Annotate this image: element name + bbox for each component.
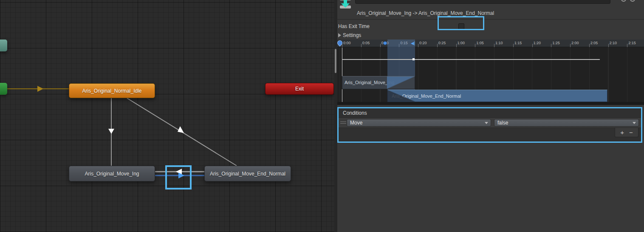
node-entry[interactable]	[0, 83, 7, 95]
has-exit-time-label: Has Exit Time	[338, 23, 370, 29]
crossfade-in-shape	[388, 90, 415, 102]
blend-curve-keyframe[interactable]	[412, 58, 415, 60]
drag-handle-icon[interactable]	[340, 122, 346, 124]
transition-arrow-entry-icon	[37, 86, 43, 92]
conditions-panel: Conditions Move false + −	[337, 107, 642, 143]
inspector-header: Aris_Original_Move_Ing -> Aris_Original_…	[337, 0, 644, 20]
header-separator	[337, 19, 644, 20]
node-move-ing[interactable]: Aris_Original_Move_Ing	[69, 166, 155, 181]
graph-vertical-scrollbar[interactable]	[334, 0, 337, 232]
transition-timeline[interactable]: 0:000:050:100:150:200:251:001:051:101:15…	[337, 40, 644, 105]
condition-parameter-dropdown[interactable]: Move	[347, 119, 491, 127]
help-icon[interactable]	[621, 0, 626, 2]
node-exit-label: Exit	[295, 86, 304, 92]
condition-value: false	[497, 120, 508, 126]
condition-row[interactable]: Move false	[339, 118, 641, 128]
chevron-down-icon	[633, 122, 636, 124]
playhead-line	[342, 48, 342, 102]
settings-gear-icon[interactable]	[630, 0, 635, 2]
transition-highlight-box	[165, 165, 192, 190]
list-footer-buttons: + −	[615, 128, 638, 137]
condition-parameter-value: Move	[350, 120, 362, 126]
add-condition-button[interactable]: +	[620, 129, 624, 136]
node-move-end-label: Aris_Original_Move_End_Normal	[210, 171, 285, 177]
node-idle[interactable]: Aris_Original_Normal_Idle	[69, 83, 155, 98]
transition-lines[interactable]	[0, 0, 334, 232]
settings-foldout-icon[interactable]	[338, 33, 341, 37]
node-move-end[interactable]: Aris_Original_Move_End_Normal	[204, 166, 291, 181]
has-exit-time-highlight-box	[438, 16, 484, 30]
remove-condition-button[interactable]: −	[629, 129, 633, 136]
transition-title: Aris_Original_Move_Ing -> Aris_Original_…	[357, 10, 494, 16]
settings-label[interactable]: Settings	[343, 32, 361, 38]
transition-arrow-down-icon	[108, 129, 114, 134]
crossfade-out-shape	[387, 76, 415, 89]
inspector-panel: Aris_Original_Move_Ing -> Aris_Original_…	[337, 0, 644, 232]
node-idle-label: Aris_Original_Normal_Idle	[82, 88, 141, 94]
node-any-state[interactable]	[0, 40, 7, 51]
animator-window: Aris_Original_Normal_Idle Exit Aris_Orig…	[0, 0, 644, 232]
node-exit[interactable]: Exit	[265, 83, 334, 95]
blend-curve-line	[342, 59, 600, 60]
clip-bar-outgoing[interactable]: Aris_Original_Move_Ing	[342, 76, 415, 89]
conditions-header-label: Conditions	[343, 110, 367, 116]
timeline-bottom-strip	[337, 102, 644, 105]
transition-end-handle[interactable]: ◀|	[411, 41, 415, 46]
conditions-header: Conditions	[339, 108, 641, 118]
conditions-footer: + −	[339, 128, 641, 142]
chevron-down-icon	[485, 122, 488, 124]
transition-icon	[340, 0, 352, 9]
clip-bar-incoming[interactable]: Aris_Original_Move_End_Normal	[387, 90, 607, 102]
transition-name-field[interactable]	[355, 0, 610, 4]
transition-start-handle[interactable]	[383, 41, 387, 45]
node-move-ing-label: Aris_Original_Move_Ing	[85, 171, 139, 177]
state-machine-graph[interactable]: Aris_Original_Normal_Idle Exit Aris_Orig…	[0, 0, 334, 232]
condition-value-dropdown[interactable]: false	[494, 119, 639, 127]
graph-scrollbar-thumb[interactable]	[335, 49, 336, 73]
